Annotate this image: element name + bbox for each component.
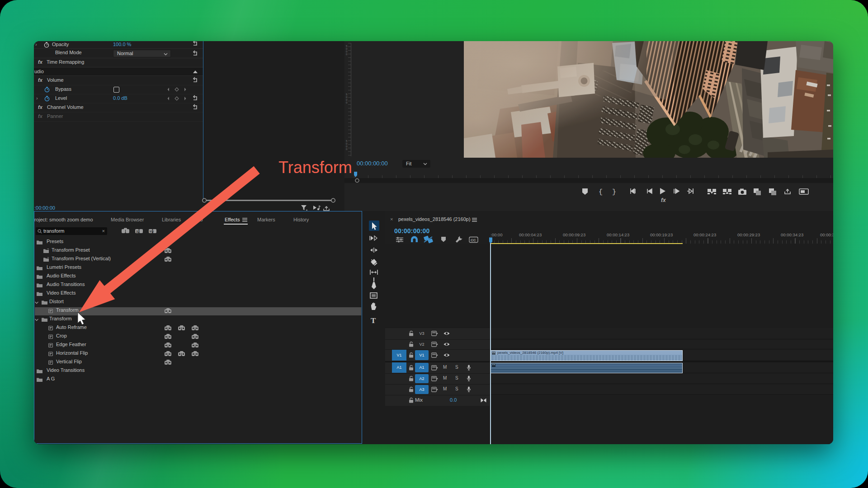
svg-text:32: 32 (136, 230, 140, 233)
svg-text:{: { (599, 188, 603, 196)
svg-text:CC: CC (471, 238, 476, 242)
svg-text:YU: YU (149, 230, 154, 233)
svg-text:}: } (612, 188, 616, 196)
svg-text:T: T (371, 316, 376, 325)
